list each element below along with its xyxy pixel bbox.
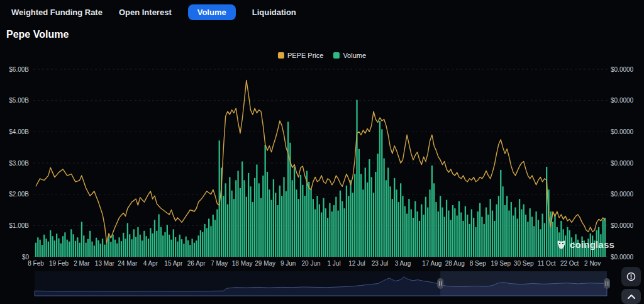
volume-bar[interactable] — [100, 244, 101, 257]
volume-bar[interactable] — [573, 242, 574, 257]
volume-bar[interactable] — [135, 237, 136, 257]
navigator-handle-right[interactable] — [604, 278, 610, 289]
volume-bar[interactable] — [302, 185, 303, 257]
volume-bar[interactable] — [118, 237, 119, 257]
volume-bar[interactable] — [500, 170, 501, 257]
volume-bar[interactable] — [587, 239, 589, 257]
volume-bar[interactable] — [560, 221, 562, 257]
volume-bar[interactable] — [433, 183, 435, 257]
volume-bar[interactable] — [490, 199, 491, 257]
volume-bar[interactable] — [58, 239, 59, 257]
volume-bar[interactable] — [275, 193, 276, 257]
volume-bar[interactable] — [75, 241, 76, 257]
volume-bar[interactable] — [310, 189, 311, 257]
volume-bar[interactable] — [175, 237, 176, 257]
volume-bar[interactable] — [73, 234, 74, 257]
volume-bar[interactable] — [541, 213, 543, 257]
volume-bar[interactable] — [287, 121, 289, 257]
volume-bar[interactable] — [225, 183, 226, 257]
volume-bar[interactable] — [208, 218, 209, 257]
volume-bar[interactable] — [316, 196, 318, 257]
volume-bar[interactable] — [223, 196, 224, 257]
volume-bar[interactable] — [431, 166, 433, 257]
volume-bar[interactable] — [496, 205, 497, 257]
volume-bar[interactable] — [183, 244, 184, 257]
volume-bar[interactable] — [108, 236, 109, 257]
volume-bar[interactable] — [240, 188, 241, 257]
volume-bar[interactable] — [260, 198, 262, 257]
volume-bar[interactable] — [94, 245, 95, 257]
volume-bar[interactable] — [187, 240, 189, 257]
volume-bar[interactable] — [158, 214, 159, 257]
volume-bar[interactable] — [525, 215, 526, 257]
tab-weighted-funding-rate[interactable]: Weighted Funding Rate — [11, 8, 103, 17]
volume-bar[interactable] — [467, 215, 468, 257]
volume-bar[interactable] — [319, 205, 320, 257]
volume-bar[interactable] — [110, 242, 111, 257]
volume-bar[interactable] — [97, 240, 99, 257]
volume-bar[interactable] — [333, 205, 335, 257]
volume-bar[interactable] — [308, 182, 309, 257]
volume-bar[interactable] — [121, 241, 122, 257]
volume-bar[interactable] — [419, 221, 420, 257]
volume-bar[interactable] — [517, 218, 518, 257]
volume-bar[interactable] — [96, 238, 97, 257]
volume-bar[interactable] — [70, 229, 72, 257]
volume-bar[interactable] — [300, 175, 301, 257]
volume-bar[interactable] — [567, 227, 568, 257]
volume-bar[interactable] — [140, 235, 141, 257]
volume-bar[interactable] — [52, 236, 53, 257]
volume-bar[interactable] — [552, 222, 553, 257]
volume-bar[interactable] — [313, 199, 314, 257]
volume-bar[interactable] — [575, 234, 576, 257]
volume-bar[interactable] — [484, 224, 485, 257]
volume-bar[interactable] — [127, 223, 128, 257]
volume-bar[interactable] — [535, 211, 536, 257]
volume-bar[interactable] — [581, 237, 582, 257]
volume-bar[interactable] — [143, 231, 145, 257]
volume-bar[interactable] — [429, 189, 430, 257]
volume-bar[interactable] — [389, 186, 391, 257]
volume-bar[interactable] — [279, 186, 280, 257]
volume-bar[interactable] — [471, 210, 472, 257]
volume-bar[interactable] — [150, 228, 151, 257]
volume-bar[interactable] — [554, 215, 555, 257]
volume-bar[interactable] — [37, 237, 38, 257]
volume-bar[interactable] — [146, 236, 147, 257]
volume-bar[interactable] — [77, 237, 78, 257]
volume-bar[interactable] — [400, 183, 401, 257]
volume-bar[interactable] — [513, 215, 514, 257]
volume-bar[interactable] — [371, 177, 372, 257]
volume-bar[interactable] — [327, 218, 328, 257]
volume-bar[interactable] — [329, 203, 330, 257]
volume-bar[interactable] — [197, 235, 199, 257]
volume-bar[interactable] — [365, 167, 366, 257]
volume-bar[interactable] — [411, 210, 412, 257]
volume-bar[interactable] — [404, 206, 406, 257]
volume-bar[interactable] — [248, 173, 249, 257]
volume-bar[interactable] — [69, 242, 70, 257]
volume-bar[interactable] — [64, 232, 65, 257]
volume-bar[interactable] — [83, 235, 84, 257]
volume-bar[interactable] — [338, 210, 339, 257]
scroll-to-top-button[interactable] — [621, 289, 641, 304]
volume-bar[interactable] — [414, 201, 416, 257]
volume-bar[interactable] — [160, 227, 162, 257]
volume-bar[interactable] — [113, 235, 114, 257]
volume-bar[interactable] — [237, 171, 238, 257]
volume-bar[interactable] — [596, 230, 597, 257]
volume-bar[interactable] — [381, 129, 382, 257]
volume-bar[interactable] — [179, 235, 180, 257]
volume-bar[interactable] — [584, 240, 585, 257]
volume-bar[interactable] — [233, 199, 235, 257]
volume-bar[interactable] — [438, 211, 439, 257]
volume-bar[interactable] — [375, 172, 376, 257]
volume-bar[interactable] — [579, 244, 580, 257]
volume-bar[interactable] — [408, 199, 409, 257]
volume-bar[interactable] — [602, 220, 604, 257]
volume-bar[interactable] — [91, 242, 92, 257]
volume-bar[interactable] — [487, 215, 489, 257]
volume-bar[interactable] — [533, 226, 535, 257]
volume-bar[interactable] — [133, 229, 135, 257]
volume-bar[interactable] — [548, 189, 549, 257]
